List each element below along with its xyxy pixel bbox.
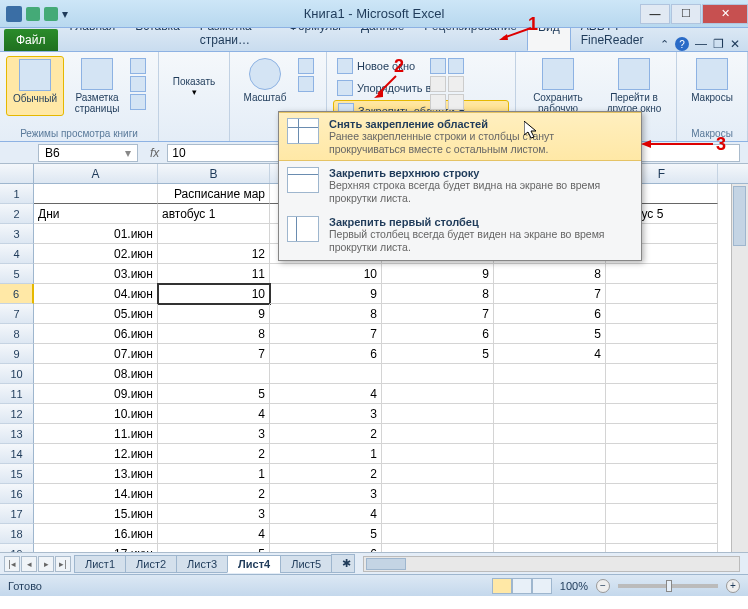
cell[interactable]: 5 [494, 324, 606, 344]
unfreeze-panes-item[interactable]: Снять закрепление областей Ранее закрепл… [279, 112, 641, 161]
sheet-nav-prev[interactable]: ◂ [21, 556, 37, 572]
cell[interactable]: 01.июн [34, 224, 158, 244]
cell[interactable] [158, 364, 270, 384]
cell[interactable] [494, 404, 606, 424]
cell[interactable] [606, 464, 718, 484]
cell[interactable]: 5 [158, 384, 270, 404]
cell[interactable]: автобус 1 [158, 204, 270, 224]
row-header[interactable]: 16 [0, 484, 34, 504]
workbook-minimize-icon[interactable]: — [695, 37, 707, 51]
freeze-top-row-item[interactable]: Закрепить верхнюю строку Верхняя строка … [279, 161, 641, 210]
cell[interactable]: 9 [158, 304, 270, 324]
zoom-100-icon[interactable] [298, 58, 314, 74]
cell[interactable] [606, 524, 718, 544]
cell[interactable]: 13.июн [34, 464, 158, 484]
cell[interactable]: 5 [158, 544, 270, 552]
cell[interactable] [494, 444, 606, 464]
workbook-restore-icon[interactable]: ❐ [713, 37, 724, 51]
row-header[interactable]: 2 [0, 204, 34, 224]
row-header[interactable]: 10 [0, 364, 34, 384]
cell[interactable] [382, 484, 494, 504]
cell[interactable]: 10 [270, 264, 382, 284]
cell[interactable]: 1 [158, 464, 270, 484]
row-header[interactable]: 14 [0, 444, 34, 464]
cell[interactable]: 4 [158, 404, 270, 424]
cell[interactable]: 2 [158, 444, 270, 464]
cell[interactable] [606, 544, 718, 552]
cell[interactable]: 12.июн [34, 444, 158, 464]
cell[interactable]: 10.июн [34, 404, 158, 424]
cell[interactable]: 08.июн [34, 364, 158, 384]
cell[interactable]: 8 [270, 304, 382, 324]
cell[interactable] [606, 484, 718, 504]
cell[interactable]: 09.июн [34, 384, 158, 404]
cell[interactable] [606, 504, 718, 524]
sync-scroll-icon[interactable] [448, 76, 464, 92]
cell[interactable]: 6 [270, 544, 382, 552]
cell[interactable]: 3 [158, 504, 270, 524]
row-header[interactable]: 18 [0, 524, 34, 544]
cell[interactable] [494, 424, 606, 444]
qat-dropdown-icon[interactable]: ▾ [62, 7, 68, 21]
cell[interactable]: 5 [382, 344, 494, 364]
cell[interactable] [494, 384, 606, 404]
fx-icon[interactable]: fx [142, 146, 167, 160]
cell[interactable]: 9 [382, 264, 494, 284]
normal-view-button[interactable]: Обычный [6, 56, 64, 116]
cell[interactable] [494, 544, 606, 552]
row-header[interactable]: 1 [0, 184, 34, 204]
cell[interactable] [270, 364, 382, 384]
cell[interactable]: 5 [270, 524, 382, 544]
zoom-slider[interactable] [618, 584, 718, 588]
cell[interactable]: 3 [270, 404, 382, 424]
cell[interactable]: 6 [494, 304, 606, 324]
cell[interactable]: 06.июн [34, 324, 158, 344]
row-header[interactable]: 17 [0, 504, 34, 524]
cell[interactable] [158, 224, 270, 244]
new-window-button[interactable]: Новое окно [333, 56, 509, 76]
cell[interactable] [382, 524, 494, 544]
cell[interactable]: 8 [382, 284, 494, 304]
page-layout-button[interactable]: Разметка страницы [68, 56, 126, 116]
column-header-A[interactable]: A [34, 164, 158, 183]
arrange-all-button[interactable]: Упорядочить все [333, 78, 509, 98]
scrollbar-thumb[interactable] [366, 558, 406, 570]
sheet-tab-Лист4[interactable]: Лист4 [227, 555, 281, 573]
row-header[interactable]: 7 [0, 304, 34, 324]
custom-views-icon[interactable] [130, 76, 146, 92]
cell[interactable] [494, 484, 606, 504]
column-header-B[interactable]: B [158, 164, 270, 183]
cell[interactable]: 14.июн [34, 484, 158, 504]
row-header[interactable]: 4 [0, 244, 34, 264]
cell[interactable]: 11.июн [34, 424, 158, 444]
pagelayout-view-btn[interactable] [512, 578, 532, 594]
cell[interactable] [494, 524, 606, 544]
sheet-tab-Лист5[interactable]: Лист5 [280, 555, 332, 573]
cell[interactable]: 7 [158, 344, 270, 364]
row-header[interactable]: 19 [0, 544, 34, 552]
cell[interactable]: 3 [158, 424, 270, 444]
fullscreen-icon[interactable] [130, 94, 146, 110]
cell[interactable]: 05.июн [34, 304, 158, 324]
view-side-icon[interactable] [448, 58, 464, 74]
vertical-scrollbar[interactable] [731, 184, 748, 552]
zoom-level[interactable]: 100% [560, 580, 588, 592]
minimize-ribbon-icon[interactable]: ⌃ [660, 38, 669, 51]
maximize-button[interactable]: ☐ [671, 4, 701, 24]
cell[interactable]: 8 [158, 324, 270, 344]
redo-icon[interactable] [44, 7, 58, 21]
close-button[interactable]: ✕ [702, 4, 748, 24]
row-header[interactable]: 6 [0, 284, 34, 304]
cell[interactable] [382, 444, 494, 464]
cell[interactable] [382, 364, 494, 384]
cell[interactable]: 2 [158, 484, 270, 504]
macros-button[interactable]: Макросы [683, 56, 741, 105]
cell[interactable] [606, 284, 718, 304]
workbook-close-icon[interactable]: ✕ [730, 37, 740, 51]
cell[interactable] [382, 544, 494, 552]
cell[interactable]: 10 [158, 284, 270, 304]
name-box[interactable]: B6 ▾ [38, 144, 138, 162]
cell[interactable]: 9 [270, 284, 382, 304]
sheet-nav-next[interactable]: ▸ [38, 556, 54, 572]
cell[interactable]: 11 [158, 264, 270, 284]
